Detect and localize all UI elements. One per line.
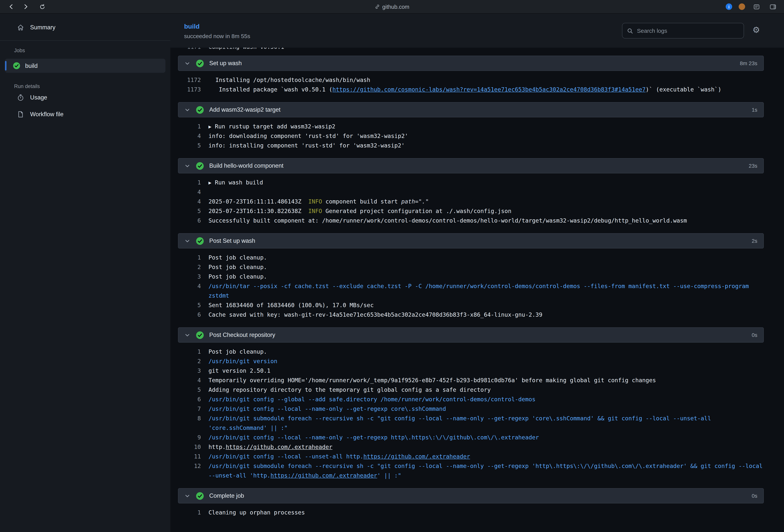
line-number[interactable]: 1 bbox=[178, 178, 201, 188]
line-number[interactable]: 4 bbox=[178, 188, 201, 197]
line-number[interactable]: 12 bbox=[178, 461, 201, 480]
line-number[interactable]: 7 bbox=[178, 404, 201, 414]
log-text: 2025-07-23T16:11:30.822638Z bbox=[208, 208, 308, 215]
log-line[interactable]: 1171Compiling wash v0.50.1 bbox=[178, 48, 764, 52]
step-header[interactable]: Set up wash8m 23s bbox=[178, 56, 764, 71]
log-line[interactable]: 10http.https://github.com/.extraheader bbox=[178, 443, 764, 452]
step-header[interactable]: Add wasm32-wasip2 target1s bbox=[178, 102, 764, 117]
log-line[interactable]: 1173 Installed package `wash v0.50.1 (ht… bbox=[178, 85, 764, 94]
line-number[interactable]: 2 bbox=[178, 262, 201, 272]
log-line[interactable]: 1Cleaning up orphan processes bbox=[178, 508, 764, 517]
log-line[interactable]: 1172 Installing /opt/hostedtoolcache/was… bbox=[178, 76, 764, 85]
chevron-down-icon bbox=[185, 60, 190, 66]
line-number[interactable]: 6 bbox=[178, 310, 201, 320]
line-number[interactable]: 2 bbox=[178, 357, 201, 366]
log-line[interactable]: 5Adding repository directory to the temp… bbox=[178, 385, 764, 395]
extension-icon-blue[interactable]: i bbox=[726, 3, 732, 10]
log-settings-button[interactable]: ⚙ bbox=[753, 26, 760, 34]
line-number[interactable]: 5 bbox=[178, 141, 201, 150]
reader-view-button[interactable] bbox=[752, 2, 761, 11]
line-number[interactable]: 11 bbox=[178, 452, 201, 461]
log-line[interactable]: 42025-07-23T16:11:11.486143Z INFO compon… bbox=[178, 197, 764, 206]
line-number[interactable]: 3 bbox=[178, 366, 201, 376]
step-lines: 1▶Run wash build442025-07-23T16:11:11.48… bbox=[178, 173, 764, 233]
sidebar-item-workflow-file[interactable]: Workflow file bbox=[0, 106, 170, 123]
log-line[interactable]: 5Sent 16834460 of 16834460 (100.0%), 17.… bbox=[178, 301, 764, 310]
job-header: build succeeded now in 8m 55s ⚙ bbox=[170, 14, 784, 48]
line-number[interactable]: 6 bbox=[178, 395, 201, 404]
log-line[interactable]: 52025-07-23T16:11:30.822638Z INFO Genera… bbox=[178, 206, 764, 216]
line-number[interactable]: 1171 bbox=[178, 48, 201, 52]
extension-icon-orange[interactable] bbox=[739, 3, 745, 10]
line-number[interactable]: 9 bbox=[178, 433, 201, 443]
log-link[interactable]: https://github.com/.extraheader bbox=[363, 453, 470, 460]
log-line[interactable]: 4Temporarily overriding HOME='/home/runn… bbox=[178, 376, 764, 385]
line-number[interactable]: 4 bbox=[178, 376, 201, 385]
line-number[interactable]: 4 bbox=[178, 282, 201, 301]
expand-group-icon[interactable]: ▶ bbox=[208, 124, 211, 129]
log-link[interactable]: https://github.com/cosmonic-labs/wash?re… bbox=[332, 86, 646, 93]
line-text bbox=[208, 188, 764, 197]
log-line[interactable]: 1Post job cleanup. bbox=[178, 253, 764, 262]
log-text: ' || :" bbox=[377, 472, 401, 479]
sidebar-item-summary[interactable]: Summary bbox=[0, 19, 170, 36]
home-icon bbox=[17, 24, 24, 31]
line-number[interactable]: 6 bbox=[178, 216, 201, 226]
line-number[interactable]: 1 bbox=[178, 508, 201, 517]
step-header[interactable]: Post Checkout repository0s bbox=[178, 327, 764, 343]
log-line[interactable]: 5info: installing component 'rust-std' f… bbox=[178, 141, 764, 150]
log-viewer[interactable]: 1171Compiling wash v0.50.1Set up wash8m … bbox=[170, 48, 784, 532]
log-line[interactable]: 12/usr/bin/git submodule foreach --recur… bbox=[178, 461, 764, 480]
line-number[interactable]: 5 bbox=[178, 385, 201, 395]
expand-group-icon[interactable]: ▶ bbox=[208, 180, 211, 185]
log-line[interactable]: 2/usr/bin/git version bbox=[178, 357, 764, 366]
line-number[interactable]: 8 bbox=[178, 414, 201, 433]
search-logs-box[interactable] bbox=[622, 23, 744, 38]
log-line[interactable]: 1Post job cleanup. bbox=[178, 347, 764, 357]
log-line[interactable]: 3git version 2.50.1 bbox=[178, 366, 764, 376]
back-button[interactable] bbox=[6, 2, 16, 11]
job-title-link[interactable]: build bbox=[184, 23, 199, 30]
step-header[interactable]: Post Set up wash2s bbox=[178, 233, 764, 249]
log-line[interactable]: 9/usr/bin/git config --local --name-only… bbox=[178, 433, 764, 443]
log-line[interactable]: 1▶Run wash build bbox=[178, 178, 764, 188]
line-text: /usr/bin/git config --local --unset-all … bbox=[208, 452, 764, 461]
log-line[interactable]: 1▶Run rustup target add wasm32-wasip2 bbox=[178, 122, 764, 132]
line-number[interactable]: 4 bbox=[178, 197, 201, 206]
log-line[interactable]: 3Post job cleanup. bbox=[178, 272, 764, 282]
line-number[interactable]: 1172 bbox=[178, 76, 201, 85]
log-text: Cleaning up orphan processes bbox=[208, 509, 305, 516]
step-lines: 1Cleaning up orphan processes bbox=[178, 503, 764, 525]
log-line[interactable]: 7/usr/bin/git config --local --name-only… bbox=[178, 404, 764, 414]
reload-button[interactable] bbox=[37, 2, 47, 11]
job-log-panel: build succeeded now in 8m 55s ⚙ 1171Comp… bbox=[170, 14, 784, 532]
line-number[interactable]: 5 bbox=[178, 206, 201, 216]
sidebar-toggle-button[interactable] bbox=[768, 2, 778, 11]
line-number[interactable]: 1 bbox=[178, 347, 201, 357]
line-number[interactable]: 10 bbox=[178, 443, 201, 452]
line-number[interactable]: 1173 bbox=[178, 85, 201, 94]
search-logs-input[interactable] bbox=[637, 27, 739, 34]
log-link[interactable]: https://github.com/.extraheader bbox=[226, 444, 332, 450]
log-line[interactable]: 6Cache saved with key: wash-git-rev-14a5… bbox=[178, 310, 764, 320]
sidebar-job-build[interactable]: build bbox=[5, 59, 165, 73]
log-line[interactable]: 4/usr/bin/tar --posix -cf cache.tzst --e… bbox=[178, 282, 764, 301]
log-link[interactable]: https://github.com/.extraheader bbox=[271, 472, 377, 479]
line-number[interactable]: 4 bbox=[178, 132, 201, 141]
line-number[interactable]: 1 bbox=[178, 253, 201, 262]
log-line[interactable]: 6/usr/bin/git config --global --add safe… bbox=[178, 395, 764, 404]
log-line[interactable]: 4info: downloading component 'rust-std' … bbox=[178, 132, 764, 141]
log-line[interactable]: 2Post job cleanup. bbox=[178, 262, 764, 272]
line-number[interactable]: 1 bbox=[178, 122, 201, 132]
log-line[interactable]: 11/usr/bin/git config --local --unset-al… bbox=[178, 452, 764, 461]
line-number[interactable]: 5 bbox=[178, 301, 201, 310]
log-line[interactable]: 8/usr/bin/git submodule foreach --recurs… bbox=[178, 414, 764, 433]
log-line[interactable]: 6Successfully built component at: /home/… bbox=[178, 216, 764, 226]
step-header[interactable]: Build hello-world component23s bbox=[178, 158, 764, 173]
log-line[interactable]: 4 bbox=[178, 188, 764, 197]
sidebar-item-usage[interactable]: Usage bbox=[0, 89, 170, 106]
forward-button[interactable] bbox=[21, 2, 30, 11]
step-header[interactable]: Complete job0s bbox=[178, 488, 764, 503]
line-number[interactable]: 3 bbox=[178, 272, 201, 282]
address-bar[interactable]: github.com bbox=[375, 0, 409, 13]
